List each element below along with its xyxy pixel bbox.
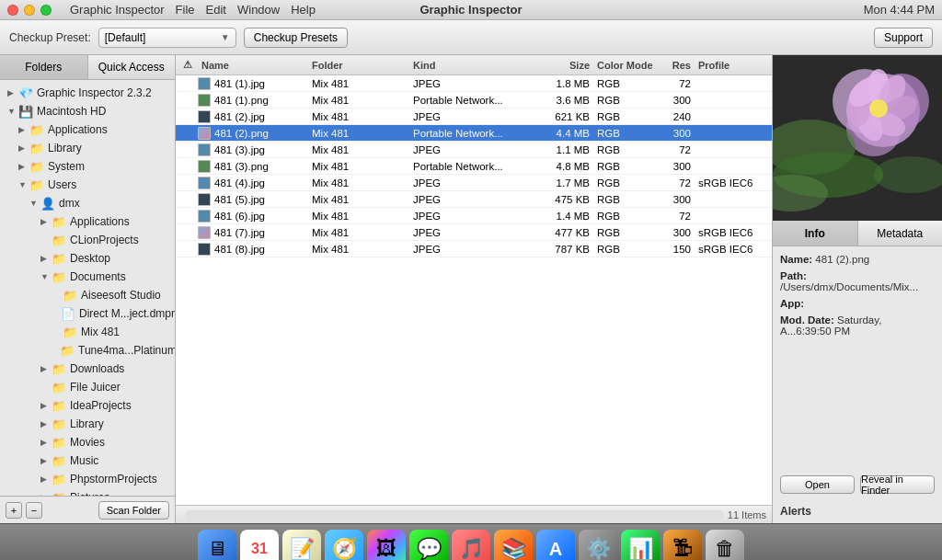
dock-item-books[interactable]: 📚 — [494, 530, 533, 560]
dock-item-activity-monitor[interactable]: 📊 — [621, 530, 660, 560]
arrow-icon: ▼ — [18, 180, 28, 189]
tree-item-pictures[interactable]: ▶ 📁 Pictures — [0, 488, 175, 496]
tree-item-file-juicer[interactable]: ▶ 📁 File Juicer — [0, 378, 175, 396]
file-name-text: 481 (3).jpg — [214, 144, 265, 155]
file-row[interactable]: 481 (3).png Mix 481 Portable Network... … — [176, 158, 772, 175]
file-row[interactable]: 481 (5).jpg Mix 481 JPEG 475 KB RGB 300 — [176, 191, 772, 208]
file-name: 481 (3).jpg — [198, 143, 308, 156]
minimize-button[interactable] — [24, 5, 35, 16]
dock-item-finder[interactable]: 🖥 — [198, 530, 236, 560]
arrow-icon: ▶ — [18, 125, 28, 134]
file-row[interactable]: 481 (3).jpg Mix 481 JPEG 1.1 MB RGB 72 — [176, 142, 772, 158]
file-name-text: 481 (1).jpg — [214, 78, 265, 89]
dock-item-trash[interactable]: 🗑 — [706, 530, 744, 560]
tree-item-music[interactable]: ▶ 📁 Music — [0, 451, 175, 470]
file-row[interactable]: 481 (2).png Mix 481 Portable Network... … — [176, 125, 772, 142]
scan-folder-button[interactable]: Scan Folder — [98, 501, 169, 520]
tree-item-idea-projects[interactable]: ▶ 📁 IdeaProjects — [0, 396, 175, 415]
remove-button[interactable]: − — [26, 502, 42, 519]
close-button[interactable] — [7, 5, 18, 16]
dock-item-music[interactable]: 🎵 — [452, 530, 490, 560]
file-colormode: RGB — [593, 227, 658, 238]
file-row[interactable]: 481 (8).jpg Mix 481 JPEG 787 KB RGB 150 … — [176, 241, 772, 257]
preset-select[interactable]: [Default] ▼ — [98, 28, 236, 48]
file-list-header: ⚠ Name Folder Kind Size Color Mode Res P… — [176, 55, 772, 75]
tree-item-tune4ma[interactable]: ▶ 📁 Tune4ma...Platinum — [0, 341, 175, 360]
file-row[interactable]: 481 (6).jpg Mix 481 JPEG 1.4 MB RGB 72 — [176, 208, 772, 224]
dock-item-messages[interactable]: 💬 — [409, 530, 448, 560]
file-name: 481 (4).jpg — [198, 177, 308, 189]
file-name: 481 (2).png — [198, 127, 308, 140]
col-header-size[interactable]: Size — [529, 60, 593, 71]
dock-item-notes[interactable]: 📝 — [282, 530, 321, 560]
tree-item-users[interactable]: ▼ 📁 Users — [0, 176, 175, 194]
tab-quick-access[interactable]: Quick Access — [88, 55, 176, 79]
menu-file[interactable]: File — [176, 3, 195, 17]
tree-item-graphic-inspector[interactable]: ▶ 💎 Graphic Inspector 2.3.2 — [0, 84, 175, 102]
col-header-colormode[interactable]: Color Mode — [593, 60, 658, 71]
file-thumbnail — [198, 110, 211, 123]
arrow-icon: ▶ — [40, 364, 50, 373]
menu-app[interactable]: Graphic Inspector — [70, 3, 165, 17]
dock-item-compressor[interactable]: 🗜 — [663, 530, 702, 560]
checkup-presets-button[interactable]: Checkup Presets — [244, 28, 348, 48]
tree-item-library[interactable]: ▶ 📁 Library — [0, 139, 175, 157]
tree-item-documents[interactable]: ▼ 📁 Documents — [0, 268, 175, 286]
tree-item-applications[interactable]: ▶ 📁 Applications — [0, 120, 175, 139]
arrow-icon: ▶ — [40, 217, 50, 226]
arrow-icon: ▶ — [40, 474, 50, 484]
maximize-button[interactable] — [40, 5, 52, 16]
horizontal-scrollbar[interactable] — [185, 510, 724, 520]
file-name: 481 (7).jpg — [198, 226, 308, 239]
info-path-row: Path: /Users/dmx/Documents/Mix... — [780, 270, 935, 292]
tree-item-mix481[interactable]: ▶ 📁 Mix 481 — [0, 323, 175, 341]
tree-item-macintosh-hd[interactable]: ▼ 💾 Macintosh HD — [0, 102, 175, 120]
dock-item-system-prefs[interactable]: ⚙️ — [579, 530, 617, 560]
tree-item-phpstorm[interactable]: ▶ 📁 PhpstormProjects — [0, 470, 175, 488]
dock-item-photos[interactable]: 🖼 — [367, 530, 406, 560]
tree-item-aiseesoft[interactable]: ▶ 📁 Aiseesoft Studio — [0, 286, 175, 304]
dock-item-safari[interactable]: 🧭 — [325, 530, 363, 560]
col-header-name[interactable]: Name — [198, 60, 308, 71]
tab-info[interactable]: Info — [773, 221, 858, 246]
file-row[interactable]: 481 (4).jpg Mix 481 JPEG 1.7 MB RGB 72 s… — [176, 175, 772, 191]
file-folder: Mix 481 — [308, 244, 409, 255]
col-header-kind[interactable]: Kind — [409, 60, 529, 71]
file-name: 481 (8).jpg — [198, 243, 308, 256]
add-button[interactable]: + — [6, 502, 22, 519]
tab-metadata[interactable]: Metadata — [858, 221, 943, 246]
file-row[interactable]: 481 (1).jpg Mix 481 JPEG 1.8 MB RGB 72 — [176, 75, 772, 92]
dock-item-appstore[interactable]: A — [536, 530, 575, 560]
file-name: 481 (2).jpg — [198, 110, 308, 123]
tree-item-library-user[interactable]: ▶ 📁 Library — [0, 415, 175, 433]
tree-item-downloads[interactable]: ▶ 📁 Downloads — [0, 360, 175, 378]
support-button[interactable]: Support — [874, 28, 933, 48]
file-row[interactable]: 481 (2).jpg Mix 481 JPEG 621 KB RGB 240 — [176, 109, 772, 125]
col-header-profile[interactable]: Profile — [695, 60, 768, 71]
menu-help[interactable]: Help — [291, 3, 316, 17]
tree-item-desktop[interactable]: ▶ 📁 Desktop — [0, 249, 175, 268]
tree-label: Direct M...ject.dmpr — [79, 307, 175, 320]
col-header-folder[interactable]: Folder — [308, 60, 409, 71]
file-row[interactable]: 481 (1).png Mix 481 Portable Network... … — [176, 92, 772, 109]
tab-folders[interactable]: Folders — [0, 55, 88, 79]
info-name-value: 481 (2).png — [815, 254, 869, 265]
file-row[interactable]: 481 (7).jpg Mix 481 JPEG 477 KB RGB 300 … — [176, 224, 772, 241]
tree-item-direct-m[interactable]: ▶ 📄 Direct M...ject.dmpr — [0, 304, 175, 323]
tree-item-movies[interactable]: ▶ 📁 Movies — [0, 433, 175, 451]
open-button[interactable]: Open — [780, 475, 855, 494]
file-thumbnail — [198, 77, 211, 90]
tree-item-system[interactable]: ▶ 📁 System — [0, 157, 175, 176]
dock-item-calendar[interactable]: 31 — [240, 530, 279, 560]
tree-item-dmx[interactable]: ▼ 👤 dmx — [0, 194, 175, 212]
menu-window[interactable]: Window — [237, 3, 280, 17]
tree-item-clion[interactable]: ▶ 📁 CLionProjects — [0, 231, 175, 249]
file-list-statusbar: 11 Items — [176, 505, 772, 523]
info-app-label: App: — [780, 298, 804, 309]
menu-edit[interactable]: Edit — [206, 3, 226, 17]
file-folder: Mix 481 — [308, 95, 409, 106]
reveal-in-finder-button[interactable]: Reveal in Finder — [860, 475, 935, 494]
tree-item-applications-user[interactable]: ▶ 📁 Applications — [0, 212, 175, 231]
info-content: Name: 481 (2).png Path: /Users/dmx/Docum… — [773, 246, 942, 470]
col-header-res[interactable]: Res — [658, 60, 695, 71]
